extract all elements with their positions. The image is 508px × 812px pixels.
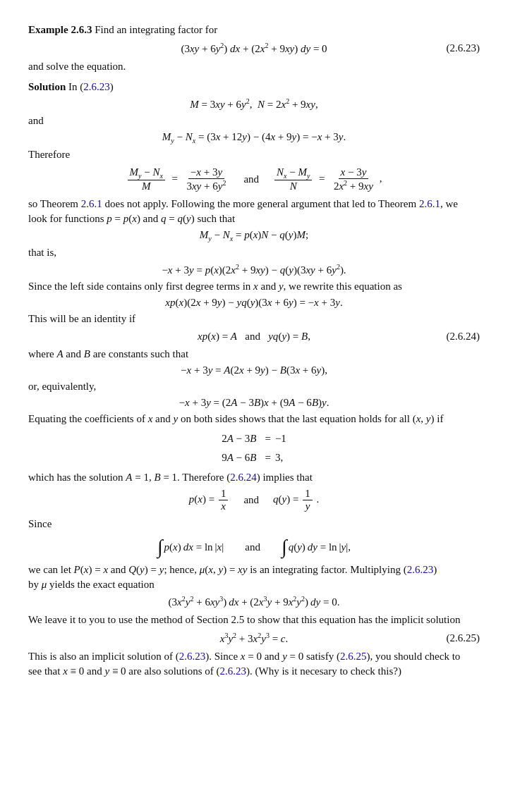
ref-261a: 2.6.1 <box>81 198 102 209</box>
identity-text: This will be an identity if <box>28 313 480 325</box>
equating-text: Equating the coefficients of x and y on … <box>28 413 480 425</box>
pq-result: p(x) = 1 x and q(y) = 1 y . <box>28 488 480 512</box>
equiv-eq: −x + 3y = (2A − 3B)x + (9A − 6B)y. <box>28 397 480 409</box>
eq-2624-content: xp(x) = A and yq(y) = B, <box>198 331 310 343</box>
mn-def: M = 3xy + 6y2, N = 2x2 + 9xy, <box>28 97 480 111</box>
solution-text: which has the solution A = 1, B = 1. The… <box>28 472 480 484</box>
fractions-row: My − Nx M = −x + 3y 3xy + 6y2 and Nx − M… <box>28 166 480 192</box>
my-nx-eq: My − Nx = (3x + 12y) − (4x + 9y) = −x + … <box>28 131 480 144</box>
ref-2623c: 2.6.23 <box>179 651 206 662</box>
left-side-text: Since the left side contains only first … <box>28 281 480 293</box>
page-content: Example 2.6.3 Find an integrating factor… <box>28 24 480 677</box>
therefore-label: Therefore <box>28 149 480 161</box>
by-mu-text: by μ yields the exact equation <box>28 579 480 591</box>
integral-q: ∫ q(y) dy = ln |y|, <box>282 537 351 557</box>
eq-2624-number: (2.6.24) <box>447 331 480 343</box>
eq-2623-content: (3xy + 6y2) dx + (2x2 + 9xy) dy = 0 <box>181 42 327 55</box>
solution-label: Solution In (2.6.23) <box>28 81 480 93</box>
ab-text: where A and B are constants such that <box>28 348 480 360</box>
ref-2623d: 2.6.23 <box>219 665 246 677</box>
integral-p: ∫ p(x) dx = ln |x| <box>157 537 224 557</box>
ref-2623a: 2.6.23 <box>83 81 110 92</box>
or-equiv: or, equivalently, <box>28 381 480 393</box>
example-heading: Example 2.6.3 Find an integrating factor… <box>28 24 480 36</box>
theorem-text: so Theorem 2.6.1 does not apply. Followi… <box>28 198 480 210</box>
ref-2624: 2.6.24 <box>230 472 257 483</box>
px-result: p(x) = 1 x <box>189 488 230 512</box>
rewrite-eq: xp(x)(2x + 9y) − yq(y)(3x + 6y) = −x + 3… <box>28 297 480 309</box>
pq-eq: My − Nx = p(x)N − q(y)M; <box>28 229 480 242</box>
and-pq: and <box>243 494 259 506</box>
eq-2623-number: (2.6.23) <box>447 42 480 54</box>
ab-eq: −x + 3y = A(2x + 9y) − B(3x + 6y), <box>28 364 480 376</box>
check-text: see that x ≡ 0 and y ≡ 0 are also soluti… <box>28 665 480 677</box>
leave-text: We leave it to you to use the method of … <box>28 614 480 626</box>
eq-2625-content: x3y2 + 3x2y3 = c. <box>220 632 289 645</box>
example-label: Example 2.6.3 <box>28 24 92 35</box>
pq-def-text: we can let P(x) = x and Q(y) = y; hence,… <box>28 564 480 576</box>
qy-result: q(y) = 1 y . <box>273 488 319 512</box>
eq-2623: (3xy + 6y2) dx + (2x2 + 9xy) dy = 0 (2.6… <box>28 42 480 55</box>
frac2: Nx − My N = x − 3y 2x2 + 9xy , <box>273 166 382 192</box>
system-eq: 2A − 3B = −1 9A − 6B = 3, <box>28 429 480 467</box>
eq-2624-row: xp(x) = A and yq(y) = B, (2.6.24) <box>28 331 480 343</box>
eq-2625-row: x3y2 + 3x2y3 = c. (2.6.25) <box>28 632 480 645</box>
since-label: Since <box>28 518 480 530</box>
ref-2623b: 2.6.23 <box>407 564 434 575</box>
integral-row: ∫ p(x) dx = ln |x| and ∫ q(y) dy = ln |y… <box>28 537 480 557</box>
example-intro: Find an integrating factor for <box>95 24 217 35</box>
ref-2625: 2.6.25 <box>340 651 367 662</box>
that-is: that is, <box>28 247 480 259</box>
frac1: My − Nx M = −x + 3y 3xy + 6y2 <box>126 166 230 192</box>
expand-eq: −x + 3y = p(x)(2x2 + 9xy) − q(y)(3xy + 6… <box>28 263 480 276</box>
and-label: and <box>28 115 480 127</box>
exact-eq: (3x2y2 + 6xy3) dx + (2x3y + 9x2y2) dy = … <box>28 595 480 608</box>
and-integrals: and <box>245 541 260 553</box>
ref-261b: 2.6.1 <box>419 198 440 209</box>
look-for-text: look for functions p = p(x) and q = q(y)… <box>28 213 480 225</box>
and-between: and <box>243 173 259 185</box>
implicit-sol-text: This is also an implicit solution of (2.… <box>28 651 480 663</box>
and-solve: and solve the equation. <box>28 61 480 73</box>
eq-2625-number: (2.6.25) <box>447 632 480 644</box>
